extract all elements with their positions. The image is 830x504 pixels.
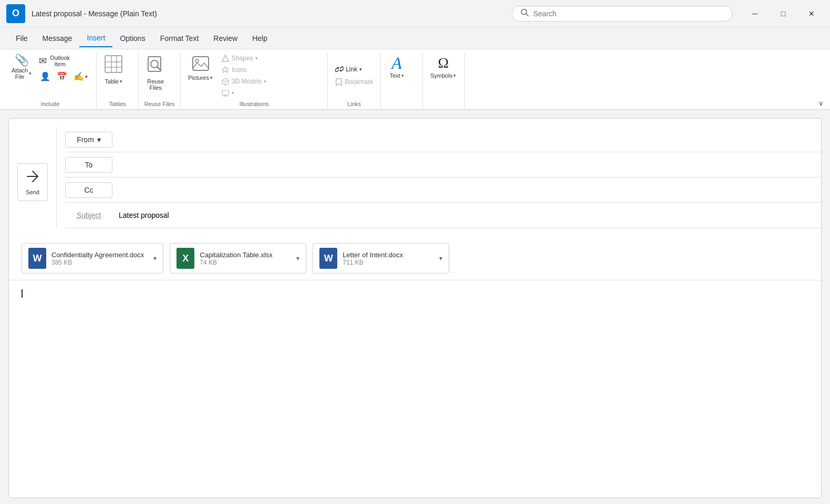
attachment-2-chevron[interactable]: ▾ — [296, 255, 299, 262]
to-button[interactable]: To — [65, 157, 112, 173]
attachment-2-name: Capitalization Table.xlsx — [200, 251, 287, 259]
bookmark-button[interactable]: Bookmark — [332, 76, 376, 88]
send-label: Send — [26, 189, 39, 195]
illustrations-group-label: Illustrations — [185, 99, 323, 107]
3d-models-chevron: ▾ — [264, 79, 266, 84]
compose-body[interactable] — [9, 280, 821, 498]
cc-row: Cc — [65, 177, 821, 203]
symbols-button[interactable]: Ω Symbols ▾ — [427, 52, 459, 81]
minimize-button[interactable]: ─ — [743, 5, 767, 22]
svg-point-11 — [195, 59, 199, 62]
business-card-button[interactable]: 👤 — [38, 70, 53, 82]
menu-help[interactable]: Help — [245, 30, 275, 47]
cc-input[interactable] — [112, 182, 821, 198]
menu-file[interactable]: File — [8, 30, 35, 47]
excel-icon-2: X — [177, 248, 194, 269]
to-input[interactable] — [112, 156, 821, 173]
svg-marker-12 — [222, 55, 229, 61]
ribbon-group-symbols: Ω Symbols ▾ — [423, 52, 465, 109]
attachment-3[interactable]: W Letter of Intent.docx 711 KB ▾ — [313, 243, 449, 274]
table-button[interactable]: Table ▾ — [101, 52, 126, 87]
window-controls: ─ □ ✕ — [743, 5, 824, 22]
text-button[interactable]: A Text ▾ — [385, 52, 408, 81]
from-chevron: ▾ — [97, 135, 101, 144]
bookmark-label: Bookmark — [345, 78, 373, 86]
search-input[interactable] — [533, 9, 723, 18]
to-label: To — [85, 161, 93, 169]
text-cursor — [22, 289, 23, 298]
outlook-item-button[interactable]: ✉ OutlookItem — [36, 52, 92, 69]
ribbon-group-reuse: ReuseFiles Reuse Files — [139, 52, 181, 109]
attach-file-chevron: ▾ — [29, 71, 32, 76]
send-button[interactable]: Send — [17, 163, 48, 201]
reuse-group-label: Reuse Files — [143, 99, 176, 107]
3d-models-button[interactable]: 3D Models ▾ — [218, 76, 269, 87]
symbols-icon: Ω — [438, 55, 449, 71]
close-button[interactable]: ✕ — [800, 5, 824, 22]
link-button[interactable]: Link ▾ — [332, 64, 365, 75]
title-bar: O Latest proposal - Message (Plain Text)… — [0, 0, 830, 27]
attachment-1-name: Confidentialty Agreement.docx — [51, 251, 144, 259]
screenshot-button[interactable]: ▾ — [218, 87, 269, 99]
attach-file-icon: 📎 — [15, 55, 29, 66]
attachment-3-chevron[interactable]: ▾ — [439, 255, 442, 262]
app-logo: O — [6, 4, 25, 23]
signature-button[interactable]: ✍ ▾ — [71, 70, 90, 82]
link-chevron: ▾ — [359, 67, 362, 72]
reuse-files-label: ReuseFiles — [147, 78, 164, 91]
pictures-chevron: ▾ — [210, 75, 213, 80]
menu-insert[interactable]: Insert — [79, 29, 112, 47]
pictures-button[interactable]: Pictures ▾ — [185, 52, 216, 83]
table-label: Table — [105, 78, 119, 85]
attachments-area: W Confidentialty Agreement.docx 385 KB ▾… — [9, 237, 821, 280]
attachment-2[interactable]: X Capitalization Table.xlsx 74 KB ▾ — [170, 243, 306, 274]
menu-message[interactable]: Message — [35, 30, 80, 47]
menu-options[interactable]: Options — [112, 30, 152, 47]
attach-file-button[interactable]: 📎 AttachFile ▾ — [8, 52, 35, 82]
attachment-3-name: Letter of Intent.docx — [343, 251, 430, 259]
subject-label: Subject — [65, 211, 112, 219]
signature-chevron: ▾ — [85, 74, 88, 79]
maximize-button[interactable]: □ — [771, 5, 795, 22]
menu-format-text[interactable]: Format Text — [153, 30, 206, 47]
email-layout: Send From ▾ To Cc — [9, 119, 821, 237]
menu-review[interactable]: Review — [206, 30, 245, 47]
outlook-item-icon: ✉ — [39, 56, 47, 66]
search-box[interactable] — [512, 6, 732, 22]
menu-bar: File Message Insert Options Format Text … — [0, 27, 830, 49]
attachment-1-chevron[interactable]: ▾ — [153, 255, 157, 262]
svg-rect-2 — [105, 56, 122, 72]
reuse-files-button[interactable]: ReuseFiles — [143, 52, 168, 93]
attachment-1[interactable]: W Confidentialty Agreement.docx 385 KB ▾ — [22, 243, 163, 274]
attachment-2-size: 74 KB — [200, 259, 287, 266]
from-button[interactable]: From ▾ — [65, 132, 112, 148]
business-card-icon: 👤 — [40, 71, 50, 81]
subject-input[interactable] — [112, 207, 821, 224]
calendar-button[interactable]: 📅 — [55, 70, 69, 82]
attach-file-label: AttachFile — [12, 67, 28, 80]
attachment-3-size: 711 KB — [343, 259, 430, 266]
attachment-1-info: Confidentialty Agreement.docx 385 KB — [51, 251, 144, 266]
svg-rect-16 — [222, 90, 229, 95]
icons-button[interactable]: Icons — [218, 64, 269, 76]
calendar-icon: 📅 — [57, 71, 67, 81]
from-input[interactable] — [112, 131, 821, 148]
search-icon — [521, 8, 529, 19]
cc-button[interactable]: Cc — [65, 182, 112, 198]
table-icon — [104, 55, 123, 77]
link-label: Link — [346, 66, 357, 73]
pictures-icon — [192, 55, 210, 74]
table-chevron: ▾ — [120, 79, 122, 84]
svg-line-1 — [526, 14, 528, 16]
text-label: Text — [390, 72, 400, 79]
shapes-chevron: ▾ — [255, 56, 258, 61]
ribbon: 📎 AttachFile ▾ ✉ OutlookItem 👤 📅 — [0, 49, 830, 110]
include-group-label: Include — [8, 99, 92, 107]
symbols-label: Symbols — [430, 72, 452, 79]
attachment-1-size: 385 KB — [51, 259, 144, 266]
ribbon-group-links: Link ▾ Bookmark Links — [328, 52, 381, 109]
svg-line-15 — [222, 80, 225, 81]
email-fields: From ▾ To Cc Subject — [65, 127, 821, 228]
shapes-button[interactable]: Shapes ▾ — [218, 52, 269, 64]
ribbon-expand-button[interactable]: ∨ — [816, 97, 826, 109]
